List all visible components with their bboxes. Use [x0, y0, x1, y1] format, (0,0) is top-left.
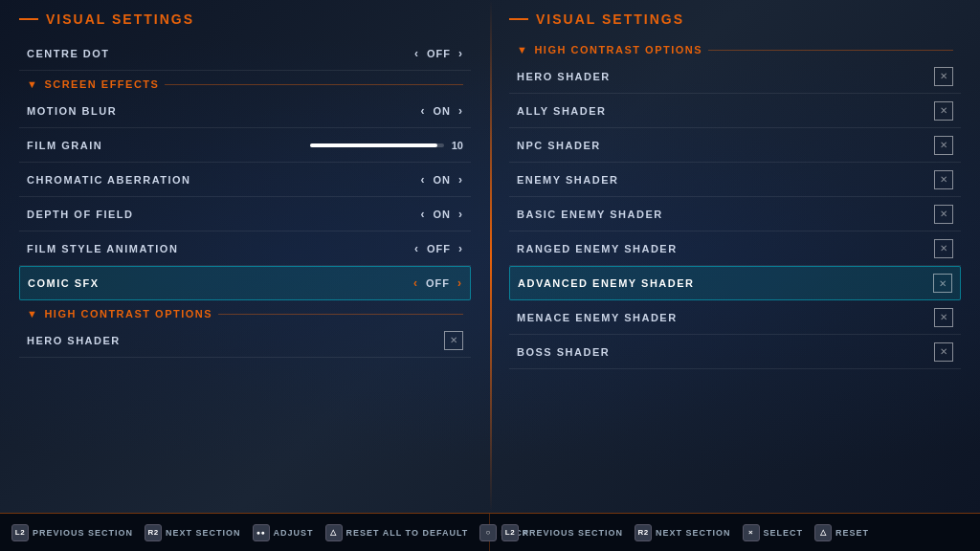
- arrow-left-fsa: ‹: [414, 242, 419, 255]
- previous-section-label-right: PREVIOUS SECTION: [523, 528, 623, 538]
- setting-row-depth-of-field[interactable]: DEPTH OF FIELD ‹ ON ›: [19, 197, 471, 231]
- section-arrow-high-contrast: ▼: [27, 308, 38, 320]
- reset-label-left: RESET ALL TO DEFAULT: [346, 528, 469, 538]
- previous-section-label-left: PREVIOUS SECTION: [33, 528, 133, 538]
- checkbox-hero-shader[interactable]: ✕: [934, 67, 953, 86]
- adjust-icon-left: ●●: [253, 524, 270, 541]
- left-bottom-panel: L2 PREVIOUS SECTION R2 NEXT SECTION ●● A…: [0, 514, 490, 551]
- arrow-right-fsa: ›: [458, 242, 463, 255]
- setting-row-ranged-enemy-shader[interactable]: RANGED ENEMY SHADER ✕: [509, 231, 961, 266]
- setting-row-film-style-animation[interactable]: FILM STYLE ANIMATION ‹ OFF ›: [19, 231, 471, 266]
- arrow-left-motion-blur: ‹: [421, 104, 426, 118]
- adjust-label-left: ADJUST: [274, 528, 314, 538]
- setting-row-ally-shader[interactable]: ALLY SHADER ✕: [509, 94, 961, 128]
- main-container: VISUAL SETTINGS CENTRE DOT ‹ OFF › ▼ SCR…: [0, 0, 980, 513]
- select-label-right: SELECT: [764, 528, 804, 538]
- btn-adjust-left[interactable]: ●● ADJUST: [253, 524, 314, 541]
- arrow-left-centre-dot: ‹: [414, 47, 419, 60]
- arrow-right-dof: ›: [458, 208, 463, 221]
- btn-next-section-left[interactable]: R2 NEXT SECTION: [145, 524, 241, 541]
- r2-icon-right: R2: [635, 524, 652, 541]
- setting-row-basic-enemy-shader[interactable]: BASIC ENEMY SHADER ✕: [509, 197, 961, 231]
- setting-row-hero-shader-left[interactable]: HERO SHADER ✕: [19, 323, 471, 358]
- slider-value: 10: [452, 140, 463, 151]
- setting-row-menace-enemy-shader[interactable]: MENACE ENEMY SHADER ✕: [509, 300, 961, 335]
- checkbox-advanced-enemy-shader[interactable]: ✕: [933, 274, 952, 293]
- slider-film-grain[interactable]: 10: [310, 140, 463, 151]
- section-arrow-high-contrast-right: ▼: [517, 44, 528, 55]
- btn-next-section-right[interactable]: R2 NEXT SECTION: [635, 524, 731, 541]
- value-film-style-animation: ‹ OFF ›: [414, 242, 463, 255]
- value-centre-dot: ‹ OFF ›: [414, 47, 463, 60]
- section-arrow-screen-effects: ▼: [27, 78, 38, 90]
- btn-reset-right[interactable]: △ RESET: [814, 524, 869, 541]
- checkbox-ally-shader[interactable]: ✕: [934, 101, 953, 121]
- right-bottom-panel: L2 PREVIOUS SECTION R2 NEXT SECTION × SE…: [490, 514, 980, 551]
- reset-icon-left: △: [325, 524, 343, 541]
- arrow-right-centre-dot: ›: [458, 47, 463, 60]
- next-section-label-left: NEXT SECTION: [166, 528, 241, 538]
- setting-row-chromatic-aberration[interactable]: CHROMATIC ABERRATION ‹ ON ›: [19, 163, 471, 197]
- setting-row-film-grain[interactable]: FILM GRAIN 10: [19, 128, 471, 163]
- section-header-high-contrast-right: ▼ HIGH CONTRAST OPTIONS: [509, 36, 961, 59]
- label-hero-shader-right: HERO SHADER: [517, 71, 611, 82]
- label-ranged-enemy-shader: RANGED ENEMY SHADER: [517, 243, 678, 254]
- l2-icon-left: L2: [11, 524, 29, 541]
- right-panel-title: VISUAL SETTINGS: [509, 11, 961, 27]
- section-header-screen-effects: ▼ SCREEN EFFECTS: [19, 71, 471, 94]
- left-panel: VISUAL SETTINGS CENTRE DOT ‹ OFF › ▼ SCR…: [0, 0, 490, 513]
- value-comic-sfx: ‹ OFF ›: [413, 276, 462, 290]
- setting-row-comic-sfx[interactable]: COMIC SFX ‹ OFF ›: [19, 266, 471, 300]
- label-comic-sfx: COMIC SFX: [28, 277, 100, 289]
- checkbox-boss-shader[interactable]: ✕: [934, 342, 953, 362]
- setting-row-enemy-shader[interactable]: ENEMY SHADER ✕: [509, 163, 961, 197]
- label-depth-of-field: DEPTH OF FIELD: [27, 209, 133, 220]
- checkbox-hero-shader-left[interactable]: ✕: [444, 331, 463, 350]
- label-motion-blur: MOTION BLUR: [27, 105, 117, 117]
- section-header-high-contrast-left: ▼ HIGH CONTRAST OPTIONS: [19, 300, 471, 323]
- setting-row-boss-shader[interactable]: BOSS SHADER ✕: [509, 335, 961, 369]
- arrow-right-motion-blur: ›: [458, 104, 463, 118]
- value-depth-of-field: ‹ ON ›: [421, 208, 464, 221]
- label-advanced-enemy-shader: ADVANCED ENEMY SHADER: [518, 277, 695, 289]
- btn-reset-left[interactable]: △ RESET ALL TO DEFAULT: [325, 524, 469, 541]
- checkbox-enemy-shader[interactable]: ✕: [934, 170, 953, 189]
- l2-icon-right: L2: [501, 524, 519, 541]
- panel-divider: [490, 0, 492, 513]
- arrow-left-comic-sfx: ‹: [413, 276, 418, 290]
- btn-previous-section-left[interactable]: L2 PREVIOUS SECTION: [11, 524, 133, 541]
- btn-select-right[interactable]: × SELECT: [743, 524, 804, 541]
- btn-previous-section-right[interactable]: L2 PREVIOUS SECTION: [501, 524, 623, 541]
- setting-row-centre-dot[interactable]: CENTRE DOT ‹ OFF ›: [19, 36, 471, 71]
- label-menace-enemy-shader: MENACE ENEMY SHADER: [517, 312, 678, 323]
- label-centre-dot: CENTRE DOT: [27, 48, 110, 59]
- label-boss-shader: BOSS SHADER: [517, 346, 610, 358]
- r2-icon-left: R2: [145, 524, 162, 541]
- setting-row-advanced-enemy-shader[interactable]: ADVANCED ENEMY SHADER ✕: [509, 266, 961, 300]
- label-basic-enemy-shader: BASIC ENEMY SHADER: [517, 209, 663, 220]
- slider-track: [310, 143, 444, 147]
- checkbox-ranged-enemy-shader[interactable]: ✕: [934, 239, 953, 258]
- checkbox-npc-shader[interactable]: ✕: [934, 136, 953, 155]
- setting-row-motion-blur[interactable]: MOTION BLUR ‹ ON ›: [19, 94, 471, 128]
- arrow-left-chromatic: ‹: [421, 173, 426, 187]
- next-section-label-right: NEXT SECTION: [656, 528, 731, 538]
- arrow-right-comic-sfx: ›: [457, 276, 462, 290]
- reset-label-right: RESET: [835, 528, 869, 538]
- checkbox-basic-enemy-shader[interactable]: ✕: [934, 205, 953, 224]
- arrow-right-chromatic: ›: [458, 173, 463, 187]
- setting-row-hero-shader-right[interactable]: HERO SHADER ✕: [509, 59, 961, 94]
- label-film-grain: FILM GRAIN: [27, 140, 102, 151]
- left-panel-title: VISUAL SETTINGS: [19, 11, 471, 27]
- label-film-style-animation: FILM STYLE ANIMATION: [27, 243, 178, 254]
- label-npc-shader: NPC SHADER: [517, 140, 601, 151]
- setting-row-npc-shader[interactable]: NPC SHADER ✕: [509, 128, 961, 163]
- right-panel: VISUAL SETTINGS ▼ HIGH CONTRAST OPTIONS …: [490, 0, 980, 513]
- value-chromatic-aberration: ‹ ON ›: [421, 173, 464, 187]
- label-hero-shader-left: HERO SHADER: [27, 335, 121, 346]
- label-enemy-shader: ENEMY SHADER: [517, 174, 618, 186]
- slider-fill: [310, 143, 437, 147]
- select-icon-right: ×: [743, 524, 760, 541]
- checkbox-menace-enemy-shader[interactable]: ✕: [934, 308, 953, 327]
- arrow-left-dof: ‹: [421, 208, 426, 221]
